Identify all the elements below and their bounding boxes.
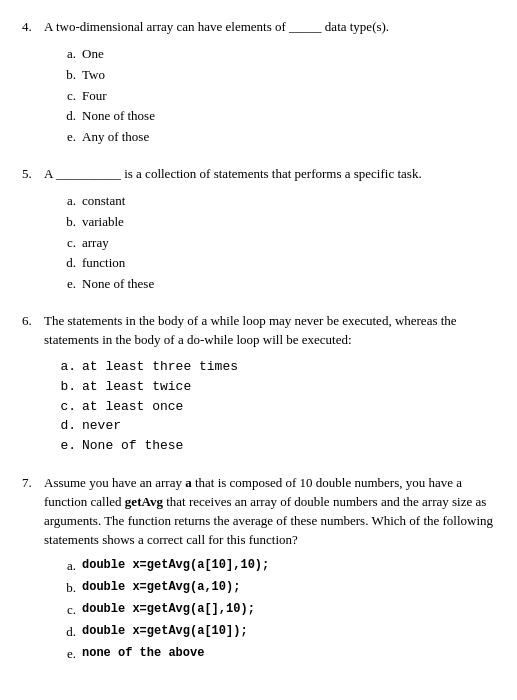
q7-bold-a: a bbox=[185, 475, 192, 490]
list-item: b. variable bbox=[60, 213, 495, 232]
q6-number: 6. bbox=[22, 312, 40, 350]
option-letter: a. bbox=[60, 358, 76, 377]
list-item: a. constant bbox=[60, 192, 495, 211]
option-letter: c. bbox=[60, 601, 76, 620]
list-item: d. None of those bbox=[60, 107, 495, 126]
question-4: 4. A two-dimensional array can have elem… bbox=[22, 18, 495, 147]
option-letter: e. bbox=[60, 437, 76, 456]
q7-body: Assume you have an array a that is compo… bbox=[44, 474, 495, 549]
list-item: c. double x=getAvg(a[],10); bbox=[60, 601, 495, 620]
option-letter: d. bbox=[60, 107, 76, 126]
option-letter: e. bbox=[60, 645, 76, 664]
list-item: b. double x=getAvg(a,10); bbox=[60, 579, 495, 598]
question-6: 6. The statements in the body of a while… bbox=[22, 312, 495, 456]
q5-options: a. constant b. variable c. array d. func… bbox=[60, 192, 495, 294]
option-text: One bbox=[82, 45, 104, 64]
q4-number: 4. bbox=[22, 18, 40, 37]
question-7: 7. Assume you have an array a that is co… bbox=[22, 474, 495, 664]
q4-options: a. One b. Two c. Four d. None of those e… bbox=[60, 45, 495, 147]
option-letter: b. bbox=[60, 579, 76, 598]
option-text: constant bbox=[82, 192, 125, 211]
option-letter: a. bbox=[60, 192, 76, 211]
option-text: none of the above bbox=[82, 645, 204, 664]
q7-options: a. double x=getAvg(a[10],10); b. double … bbox=[60, 557, 495, 663]
list-item: b. at least twice bbox=[60, 378, 495, 397]
q7-text: 7. Assume you have an array a that is co… bbox=[22, 474, 495, 549]
option-text: function bbox=[82, 254, 125, 273]
option-text: variable bbox=[82, 213, 124, 232]
q6-body: The statements in the body of a while lo… bbox=[44, 312, 495, 350]
option-text: double x=getAvg(a[10],10); bbox=[82, 557, 269, 576]
list-item: c. array bbox=[60, 234, 495, 253]
list-item: e. Any of those bbox=[60, 128, 495, 147]
quiz-content: 4. A two-dimensional array can have elem… bbox=[22, 18, 495, 664]
list-item: d. double x=getAvg(a[10]); bbox=[60, 623, 495, 642]
option-text: double x=getAvg(a,10); bbox=[82, 579, 240, 598]
option-text: array bbox=[82, 234, 109, 253]
option-letter: a. bbox=[60, 45, 76, 64]
option-text: None of these bbox=[82, 437, 183, 456]
option-text: None of those bbox=[82, 107, 155, 126]
option-letter: c. bbox=[60, 234, 76, 253]
q7-bold-getavg: getAvg bbox=[125, 494, 163, 509]
question-5: 5. A __________ is a collection of state… bbox=[22, 165, 495, 294]
option-text: Two bbox=[82, 66, 105, 85]
list-item: e. none of the above bbox=[60, 645, 495, 664]
q4-text: 4. A two-dimensional array can have elem… bbox=[22, 18, 495, 37]
option-letter: c. bbox=[60, 398, 76, 417]
list-item: c. Four bbox=[60, 87, 495, 106]
q6-options: a. at least three times b. at least twic… bbox=[60, 358, 495, 456]
option-text: never bbox=[82, 417, 121, 436]
list-item: e. None of these bbox=[60, 275, 495, 294]
option-text: double x=getAvg(a[],10); bbox=[82, 601, 255, 620]
list-item: c. at least once bbox=[60, 398, 495, 417]
option-text: Four bbox=[82, 87, 107, 106]
option-text: double x=getAvg(a[10]); bbox=[82, 623, 248, 642]
option-text: Any of those bbox=[82, 128, 149, 147]
option-letter: d. bbox=[60, 417, 76, 436]
option-letter: a. bbox=[60, 557, 76, 576]
q4-body: A two-dimensional array can have element… bbox=[44, 18, 495, 37]
option-letter: e. bbox=[60, 128, 76, 147]
list-item: b. Two bbox=[60, 66, 495, 85]
option-text: at least once bbox=[82, 398, 183, 417]
list-item: d. function bbox=[60, 254, 495, 273]
list-item: a. at least three times bbox=[60, 358, 495, 377]
list-item: e. None of these bbox=[60, 437, 495, 456]
option-text: at least three times bbox=[82, 358, 238, 377]
option-letter: e. bbox=[60, 275, 76, 294]
option-letter: d. bbox=[60, 623, 76, 642]
list-item: a. double x=getAvg(a[10],10); bbox=[60, 557, 495, 576]
q5-text: 5. A __________ is a collection of state… bbox=[22, 165, 495, 184]
option-letter: c. bbox=[60, 87, 76, 106]
option-letter: b. bbox=[60, 66, 76, 85]
q7-number: 7. bbox=[22, 474, 40, 549]
option-text: at least twice bbox=[82, 378, 191, 397]
list-item: a. One bbox=[60, 45, 495, 64]
list-item: d. never bbox=[60, 417, 495, 436]
option-text: None of these bbox=[82, 275, 154, 294]
q5-body: A __________ is a collection of statemen… bbox=[44, 165, 495, 184]
option-letter: b. bbox=[60, 378, 76, 397]
option-letter: d. bbox=[60, 254, 76, 273]
q6-text: 6. The statements in the body of a while… bbox=[22, 312, 495, 350]
option-letter: b. bbox=[60, 213, 76, 232]
q5-number: 5. bbox=[22, 165, 40, 184]
